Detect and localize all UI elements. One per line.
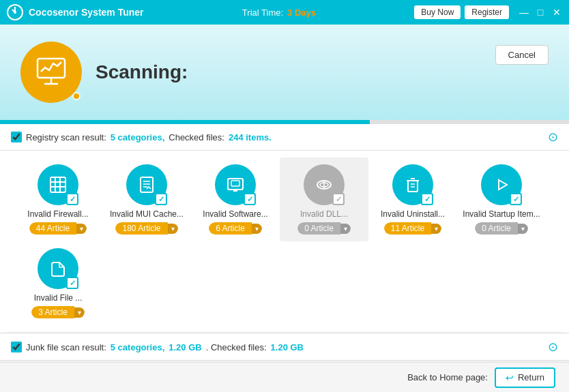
dll-badge-count: 0 Article bbox=[297, 222, 340, 235]
startup-badge: 0 Article ▾ bbox=[475, 222, 528, 235]
registry-section: Registry scan result: 5 categories, Chec… bbox=[0, 124, 569, 332]
registry-count: 244 items. bbox=[229, 132, 272, 142]
trial-label: Trial Time: bbox=[242, 7, 283, 18]
junk-header-left: Junk file scan result: 5 categories, 1.2… bbox=[11, 342, 304, 352]
app-logo-icon bbox=[7, 4, 23, 20]
title-bar-left: Cocosenor System Tuner bbox=[7, 4, 144, 20]
file-icon-wrap bbox=[38, 248, 78, 289]
uninstall-badge-count: 11 Article bbox=[384, 222, 431, 235]
mui-badge-count: 180 Article bbox=[115, 222, 167, 235]
software-badge: 6 Article ▾ bbox=[209, 222, 262, 235]
register-button[interactable]: Register bbox=[465, 5, 509, 19]
svg-rect-15 bbox=[231, 181, 239, 186]
dll-icon-wrap bbox=[304, 164, 345, 205]
scan-header: Scanning: Cancel bbox=[0, 25, 569, 120]
category-item-firewall[interactable]: Invalid Firewall... 44 Article ▾ bbox=[14, 157, 102, 241]
footer-label: Back to Home page: bbox=[407, 372, 488, 382]
category-item-mui[interactable]: Invalid MUI Cache... 180 Article ▾ bbox=[102, 157, 191, 241]
return-button[interactable]: ↩ Return bbox=[495, 367, 555, 388]
mui-icon-wrap bbox=[126, 164, 167, 205]
category-grid: Invalid Firewall... 44 Article ▾ bbox=[0, 151, 569, 332]
firewall-svg-icon bbox=[48, 175, 68, 194]
trial-info: Trial Time: 3 Days bbox=[242, 7, 316, 18]
junk-checked-value: 1.20 GB bbox=[271, 342, 304, 352]
uninstall-label: Invalid Uninstall... bbox=[381, 209, 445, 219]
dll-badge-arrow[interactable]: ▾ bbox=[340, 224, 351, 234]
window-controls: — □ ✕ bbox=[519, 7, 562, 18]
title-bar-right: Buy Now Register — □ ✕ bbox=[414, 5, 562, 19]
svg-point-1 bbox=[14, 11, 16, 14]
svg-marker-26 bbox=[499, 180, 507, 190]
buy-now-button[interactable]: Buy Now bbox=[414, 5, 461, 19]
firewall-badge-arrow[interactable]: ▾ bbox=[76, 224, 87, 234]
file-badge-arrow[interactable]: ▾ bbox=[74, 307, 85, 318]
title-bar: Cocosenor System Tuner Trial Time: 3 Day… bbox=[0, 0, 569, 25]
junk-size: 1.20 GB bbox=[169, 342, 201, 352]
file-badge: 3 Article ▾ bbox=[31, 306, 85, 318]
software-badge-arrow[interactable]: ▾ bbox=[252, 224, 262, 234]
startup-icon-wrap bbox=[481, 164, 522, 205]
dll-svg-icon bbox=[315, 175, 334, 194]
junk-section-header: Junk file scan result: 5 categories, 1.2… bbox=[0, 334, 569, 361]
registry-section-header: Registry scan result: 5 categories, Chec… bbox=[0, 124, 569, 151]
return-label: Return bbox=[518, 372, 544, 382]
mui-badge-arrow[interactable]: ▾ bbox=[168, 224, 178, 234]
junk-categories: 5 categories, bbox=[111, 342, 165, 352]
firewall-label: Invalid Firewall... bbox=[27, 209, 88, 219]
restore-button[interactable]: □ bbox=[535, 7, 546, 18]
firewall-icon-wrap bbox=[38, 164, 78, 205]
uninstall-check bbox=[421, 193, 433, 205]
category-item-startup[interactable]: Invalid Startup Item... 0 Article ▾ bbox=[457, 157, 546, 241]
startup-badge-arrow[interactable]: ▾ bbox=[518, 224, 528, 234]
trial-value: 3 Days bbox=[287, 7, 316, 18]
junk-collapse-icon[interactable]: ⊙ bbox=[548, 340, 558, 355]
registry-header-left: Registry scan result: 5 categories, Chec… bbox=[11, 132, 272, 142]
uninstall-svg-icon bbox=[403, 175, 422, 194]
mui-svg-icon bbox=[137, 175, 156, 194]
section-divider bbox=[7, 332, 562, 333]
mui-label: Invalid MUI Cache... bbox=[110, 209, 184, 219]
firewall-badge: 44 Article ▾ bbox=[29, 222, 87, 235]
junk-checkbox[interactable] bbox=[11, 342, 22, 352]
cancel-button[interactable]: Cancel bbox=[495, 45, 549, 65]
mui-check bbox=[155, 193, 167, 205]
registry-checkbox[interactable] bbox=[11, 132, 22, 142]
junk-section: Junk file scan result: 5 categories, 1.2… bbox=[0, 334, 569, 361]
uninstall-badge-arrow[interactable]: ▾ bbox=[431, 224, 441, 234]
software-check bbox=[244, 193, 256, 205]
svg-rect-21 bbox=[408, 181, 418, 192]
uninstall-badge: 11 Article ▾ bbox=[384, 222, 441, 235]
startup-label: Invalid Startup Item... bbox=[463, 209, 540, 219]
scan-icon-container bbox=[20, 42, 82, 103]
uninstall-icon-wrap bbox=[392, 164, 433, 205]
return-icon: ↩ bbox=[506, 372, 514, 383]
svg-rect-5 bbox=[50, 177, 65, 192]
software-icon-wrap bbox=[215, 164, 256, 205]
footer: Back to Home page: ↩ Return bbox=[0, 362, 569, 392]
category-item-file[interactable]: Invalid File ... 3 Article ▾ bbox=[14, 241, 102, 325]
scan-title: Scanning: bbox=[96, 61, 188, 83]
registry-collapse-icon[interactable]: ⊙ bbox=[548, 130, 558, 145]
junk-label-prefix: Junk file scan result: bbox=[26, 342, 106, 352]
startup-check bbox=[510, 193, 522, 205]
junk-checked-label: . Checked files: bbox=[206, 342, 267, 352]
dll-check bbox=[332, 193, 345, 205]
category-item-dll[interactable]: Invalid DLL... 0 Article ▾ bbox=[280, 157, 368, 241]
close-button[interactable]: ✕ bbox=[551, 7, 562, 18]
firewall-badge-count: 44 Article bbox=[29, 222, 76, 235]
category-item-software[interactable]: Invalid Software... 6 Article ▾ bbox=[191, 157, 280, 241]
file-label: Invalid File ... bbox=[34, 293, 83, 303]
startup-svg-icon bbox=[492, 175, 511, 194]
software-badge-count: 6 Article bbox=[209, 222, 252, 235]
scan-dot bbox=[72, 92, 81, 100]
mui-badge: 180 Article ▾ bbox=[115, 222, 177, 235]
file-svg-icon bbox=[48, 259, 68, 278]
category-item-uninstall[interactable]: Invalid Uninstall... 11 Article ▾ bbox=[368, 157, 457, 241]
file-badge-count: 3 Article bbox=[31, 306, 74, 318]
registry-checked-label: Checked files: bbox=[169, 132, 224, 142]
minimize-button[interactable]: — bbox=[519, 7, 529, 18]
progress-bar-fill bbox=[0, 120, 370, 124]
svg-rect-10 bbox=[141, 177, 153, 192]
scan-monitor-icon bbox=[34, 55, 68, 89]
startup-badge-count: 0 Article bbox=[475, 222, 518, 235]
